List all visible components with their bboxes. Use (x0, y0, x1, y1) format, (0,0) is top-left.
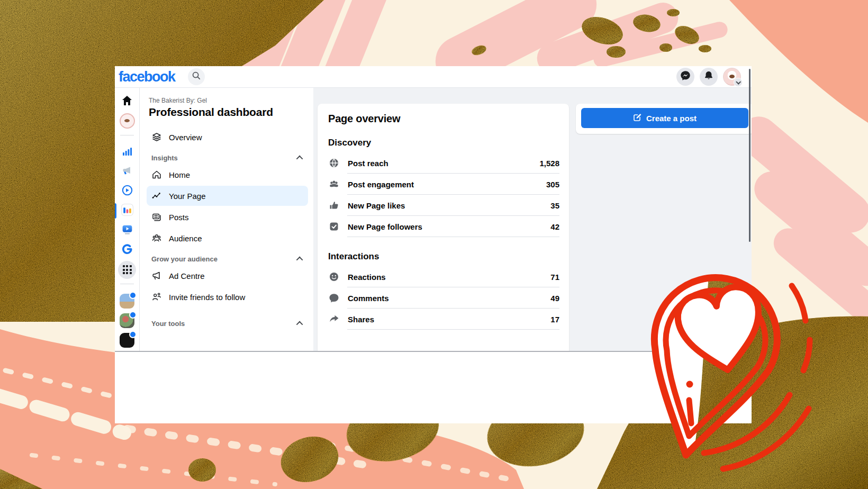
screenshot-cut-edge (115, 351, 752, 352)
rail-video-button[interactable] (115, 221, 139, 240)
section-header-label: Grow your audience (151, 255, 218, 263)
people-icon (328, 178, 340, 190)
notification-dot (129, 311, 137, 319)
topbar-actions (676, 68, 741, 86)
metric-value: 305 (546, 180, 559, 189)
rail-ads-button[interactable] (115, 162, 139, 182)
rail-shortcut-1[interactable] (115, 291, 139, 311)
scrollbar[interactable] (749, 69, 751, 242)
metric-row-comments[interactable]: Comments 49 (328, 287, 559, 309)
main-content: Page overview Discovery Post reach 1,528… (313, 88, 752, 351)
sidebar-item-invite-friends[interactable]: Invite friends to follow (147, 287, 308, 307)
metric-value: 35 (550, 201, 559, 210)
sidebar-item-label: Your Page (169, 192, 206, 201)
metric-row-reactions[interactable]: Reactions 71 (328, 266, 559, 287)
business-suite-icon (121, 243, 133, 257)
shortcut-avatar-2 (120, 313, 134, 328)
home-icon (121, 94, 133, 109)
facebook-topbar: facebook (115, 66, 752, 88)
sidebar-item-your-page[interactable]: Your Page (147, 186, 308, 206)
sidebar-section-your-tools[interactable]: Your tools (151, 320, 303, 328)
search-icon (191, 70, 202, 83)
page-avatar (120, 113, 135, 129)
shortcut-avatar-3 (120, 333, 134, 348)
dashboard-sidebar: The Bakerist By: Gel Professional dashbo… (140, 88, 313, 351)
rail-menu-button[interactable] (115, 260, 139, 279)
metric-row-new-page-likes[interactable]: New Page likes 35 (328, 195, 559, 216)
metric-row-post-engagement[interactable]: Post engagement 305 (328, 174, 559, 195)
metric-label: Post reach (348, 159, 539, 168)
megaphone-outline-icon (151, 270, 162, 281)
smiley-icon (328, 271, 340, 283)
notifications-bell-icon (703, 70, 715, 84)
rail-shortcut-2[interactable] (115, 311, 139, 330)
trend-line-icon (151, 191, 162, 201)
sidebar-item-label: Ad Centre (169, 271, 205, 280)
metric-row-new-page-followers[interactable]: New Page followers 42 (328, 216, 559, 237)
section-header-label: Insights (151, 154, 178, 162)
boost-icon (121, 184, 133, 198)
rail-professional-dashboard-button[interactable] (115, 201, 139, 221)
rail-shortcut-3[interactable] (115, 330, 139, 350)
sidebar-item-posts[interactable]: Posts (147, 207, 308, 227)
invite-friends-icon (151, 292, 162, 302)
audience-icon (151, 233, 162, 243)
overview-title: Page overview (328, 113, 559, 125)
home-outline-icon (151, 169, 162, 180)
globe-icon (328, 157, 340, 169)
messenger-icon (680, 70, 691, 84)
metric-row-post-reach[interactable]: Post reach 1,528 (328, 152, 559, 174)
sidebar-item-audience[interactable]: Audience (147, 228, 308, 248)
search-button[interactable] (188, 68, 205, 85)
rail-boost-button[interactable] (115, 182, 139, 201)
sidebar-item-ad-centre[interactable]: Ad Centre (147, 266, 308, 286)
metric-value: 71 (550, 273, 559, 282)
sidebar-section-grow[interactable]: Grow your audience (151, 255, 303, 263)
sidebar-item-label: Audience (169, 234, 202, 243)
metric-label: New Page followers (348, 222, 550, 231)
create-post-button[interactable]: Create a post (581, 108, 748, 128)
video-icon (121, 223, 133, 238)
posts-icon (151, 212, 162, 222)
notification-dot (129, 292, 137, 299)
metric-value: 1,528 (539, 159, 559, 168)
metric-value: 49 (550, 294, 559, 303)
sidebar-item-label: Home (169, 170, 190, 179)
metric-label: Post engagement (348, 180, 546, 189)
shortcut-avatar-1 (120, 294, 134, 309)
account-menu-badge (734, 78, 743, 87)
chevron-down-icon (736, 79, 741, 85)
rail-business-suite-button[interactable] (115, 240, 139, 260)
avatar-logo-mark (729, 75, 735, 78)
share-icon (328, 313, 340, 325)
rail-divider (120, 284, 134, 291)
sidebar-section-insights[interactable]: Insights (151, 154, 303, 162)
sidebar-item-home[interactable]: Home (147, 165, 308, 185)
account-avatar[interactable] (723, 68, 741, 86)
rail-home-button[interactable] (115, 92, 139, 111)
page-overview-card: Page overview Discovery Post reach 1,528… (318, 104, 569, 351)
rail-insights-button[interactable] (115, 142, 139, 162)
metric-value: 17 (550, 315, 559, 324)
chevron-up-icon (296, 257, 303, 264)
sidebar-item-label: Overview (169, 133, 202, 142)
metric-label: New Page likes (348, 201, 550, 210)
collage-canvas: facebook (0, 0, 868, 489)
metric-row-shares[interactable]: Shares 17 (328, 309, 559, 330)
sidebar-item-overview[interactable]: Overview (147, 127, 308, 147)
metric-value: 42 (550, 222, 559, 231)
comment-icon (328, 292, 340, 304)
section-header-label: Your tools (151, 320, 185, 328)
create-post-card: Create a post (576, 104, 752, 134)
notifications-button[interactable] (700, 68, 718, 86)
facebook-logo[interactable]: facebook (119, 69, 175, 85)
sidebar-item-label: Posts (169, 213, 189, 222)
messenger-button[interactable] (676, 68, 694, 86)
chevron-up-icon (296, 321, 303, 328)
rail-page-profile[interactable] (115, 111, 139, 131)
follower-check-icon (328, 221, 340, 232)
menu-grid-icon (118, 261, 136, 279)
page-title: Professional dashboard (149, 106, 308, 119)
discovery-title: Discovery (328, 138, 559, 148)
chevron-up-icon (296, 156, 303, 162)
